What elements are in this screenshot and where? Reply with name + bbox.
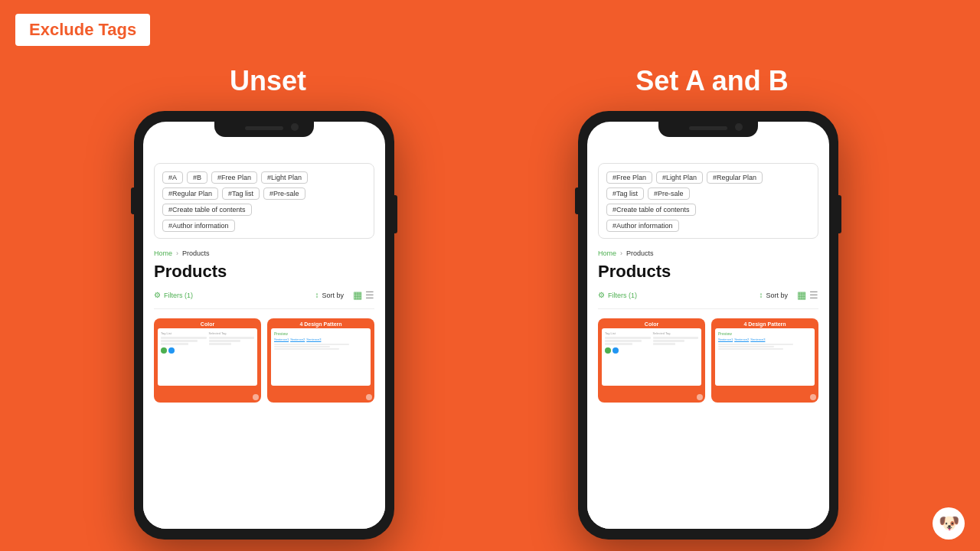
product-card-color-title-right: Color [598,318,705,328]
dog-icon[interactable]: 🐶 [933,507,965,540]
tag-chip-free-plan-r: #Free Plan [606,171,652,184]
phone-screen-right: #Free Plan #Light Plan #Regular Plan #Ta… [587,122,829,529]
product-card-design-left[interactable]: 4 Design Pattern Preview Sentence1 Sente… [267,318,374,403]
product-grid-unset: Color Tag List [154,318,374,403]
sort-icon-left: ↕ [315,291,318,299]
tag-row-1: #A #B #Free Plan #Light Plan [162,171,366,184]
grid-view-icon-right[interactable]: ▦ [797,289,806,301]
product-grid-set: Color Tag List [598,318,818,403]
product-card-design-title-left: 4 Design Pattern [267,318,374,328]
tag-chip-regular-plan-r: #Regular Plan [707,171,763,184]
breadcrumb-set: Home › Products [598,249,818,257]
tag-chip-a: #A [162,171,183,184]
heading-set-a-b: Set A and B [578,65,846,97]
list-view-icon-right[interactable]: ☰ [809,289,818,301]
sort-button-left[interactable]: ↕ Sort by [315,291,344,299]
sort-label-right: Sort by [766,292,788,299]
filter-bar-unset: ⚙ Filters (1) ↕ Sort by ▦ ☰ [154,289,374,309]
product-card-design-corner-left [366,394,372,400]
breadcrumb-sep-right: › [620,249,622,257]
product-card-color-title-left: Color [154,318,261,328]
phone-unset: #A #B #Free Plan #Light Plan #Regular Pl… [134,111,394,540]
phone-notch-right [658,120,758,137]
view-buttons-right: ▦ ☰ [797,289,818,301]
product-card-design-right[interactable]: 4 Design Pattern Preview Sentence1 Sente… [711,318,818,403]
tag-chip-pre-sale-r: #Pre-sale [648,187,690,200]
breadcrumb-home-right[interactable]: Home [598,249,616,257]
tag-chip-light-plan: #Light Plan [261,171,308,184]
breadcrumb-current-left: Products [182,249,210,257]
filter-button-left[interactable]: ⚙ Filters (1) [154,291,193,299]
sort-button-right[interactable]: ↕ Sort by [759,291,788,299]
phone-screen-left: #A #B #Free Plan #Light Plan #Regular Pl… [143,122,385,529]
tag-row-r2: #Tag list #Pre-sale [606,187,810,200]
heading-unset: Unset [134,65,402,97]
tag-row-4: #Author information [162,220,366,232]
filter-label-right: Filters (1) [608,292,637,299]
product-card-color-corner-right [697,394,703,400]
tag-chip-author-info: #Author information [162,220,235,232]
tags-box-set: #Free Plan #Light Plan #Regular Plan #Ta… [598,163,818,239]
dog-emoji: 🐶 [939,514,959,533]
page-title-set: Products [598,262,818,282]
tag-chip-tag-list: #Tag list [222,187,260,200]
tag-chip-create-toc: #Create table of contents [162,204,252,216]
filter-button-right[interactable]: ⚙ Filters (1) [598,291,637,299]
product-card-color-left[interactable]: Color Tag List [154,318,261,403]
tag-row-2: #Regular Plan #Tag list #Pre-sale [162,187,366,200]
grid-view-icon-left[interactable]: ▦ [353,289,362,301]
phone-notch-left [214,120,314,137]
phone-content-left: #A #B #Free Plan #Light Plan #Regular Pl… [143,152,385,529]
sort-icon-right: ↕ [759,291,763,299]
tag-chip-b: #B [187,171,207,184]
page-title-unset: Products [154,262,374,282]
breadcrumb-current-right: Products [626,249,654,257]
filter-icon-left: ⚙ [154,291,161,299]
view-buttons-left: ▦ ☰ [353,289,374,301]
product-card-design-title-right: 4 Design Pattern [711,318,818,328]
tags-box-unset: #A #B #Free Plan #Light Plan #Regular Pl… [154,163,374,239]
phone-set-a-b: #Free Plan #Light Plan #Regular Plan #Ta… [578,111,838,540]
tag-row-3: #Create table of contents [162,204,366,216]
tag-chip-light-plan-r: #Light Plan [656,171,703,184]
breadcrumb-sep-left: › [176,249,178,257]
tag-chip-author-info-r: #Author information [606,220,679,232]
tag-chip-pre-sale: #Pre-sale [263,187,305,200]
tag-row-r3: #Create table of contents [606,204,810,216]
breadcrumb-home-left[interactable]: Home [154,249,172,257]
breadcrumb-unset: Home › Products [154,249,374,257]
tag-chip-create-toc-r: #Create table of contents [606,204,696,216]
product-card-color-right[interactable]: Color Tag List [598,318,705,403]
tag-row-r4: #Author information [606,220,810,232]
list-view-icon-left[interactable]: ☰ [365,289,374,301]
tag-chip-regular-plan: #Regular Plan [162,187,218,200]
sort-label-left: Sort by [322,292,344,299]
filter-bar-set: ⚙ Filters (1) ↕ Sort by ▦ ☰ [598,289,818,309]
product-card-color-corner-left [253,394,259,400]
filter-label-left: Filters (1) [164,292,193,299]
filter-icon-right: ⚙ [598,291,605,299]
phone-content-right: #Free Plan #Light Plan #Regular Plan #Ta… [587,152,829,529]
tag-chip-tag-list-r: #Tag list [606,187,644,200]
product-card-design-corner-right [810,394,816,400]
exclude-tags-label: Exclude Tags [15,14,150,46]
tag-row-r1: #Free Plan #Light Plan #Regular Plan [606,171,810,184]
tag-chip-free-plan: #Free Plan [211,171,257,184]
